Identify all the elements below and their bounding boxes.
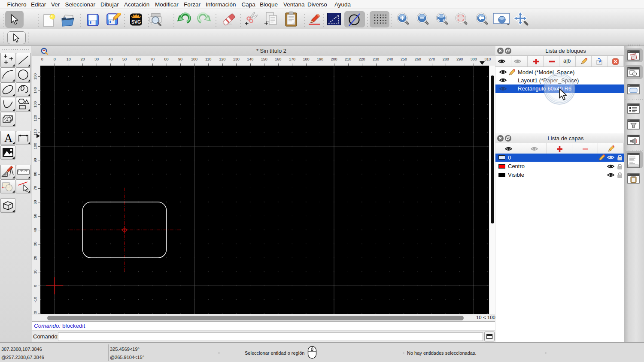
svg-text:SVG: SVG [131,19,141,24]
